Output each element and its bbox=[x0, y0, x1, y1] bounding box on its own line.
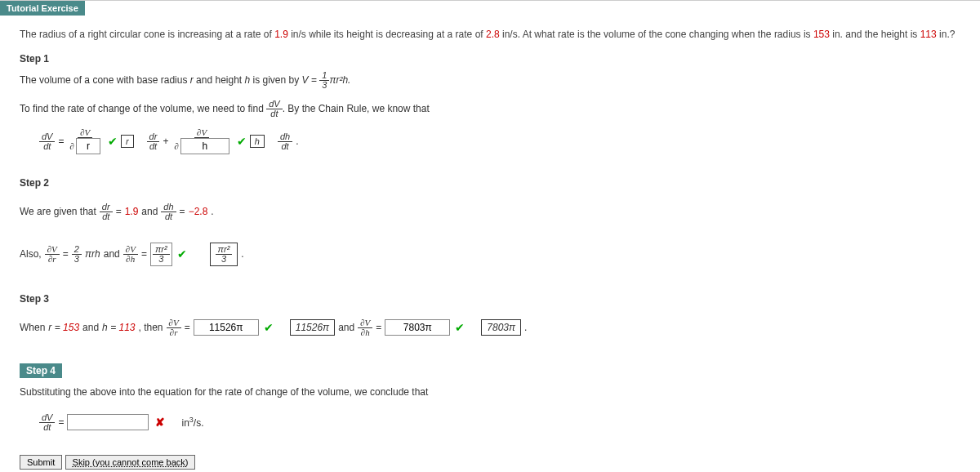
step2-given: We are given that drdt = 1.9 and dhdt = … bbox=[20, 195, 967, 228]
s1-ph-sym: ∂ bbox=[174, 142, 178, 151]
s1-box-h: h bbox=[250, 135, 265, 148]
s3-ans1: 11526π bbox=[290, 319, 335, 336]
content: The radius of a right circular cone is i… bbox=[0, 16, 980, 472]
submit-button[interactable]: Submit bbox=[20, 455, 62, 470]
s3-eq2: = bbox=[376, 322, 381, 333]
s1-plus: + bbox=[163, 136, 168, 147]
s1-rest: πr²h. bbox=[329, 74, 350, 86]
s1-box-r: r bbox=[121, 135, 134, 148]
q-mid1: in/s while its height is decreasing at a… bbox=[288, 29, 486, 40]
step4-row: dVdt = ✘ in3/s. bbox=[39, 406, 967, 439]
s2-and2: and bbox=[104, 248, 120, 260]
s2-and: and bbox=[141, 206, 158, 217]
s3-pvph: ∂V∂h bbox=[358, 318, 372, 337]
s2-v2: −2.8 bbox=[189, 206, 208, 217]
step3-input-pvph[interactable] bbox=[385, 319, 450, 336]
s1-pr-sym: ∂ bbox=[69, 142, 74, 151]
step1-input-partial-h[interactable] bbox=[180, 138, 229, 154]
button-row: Submit Skip (you cannot come back) bbox=[20, 455, 967, 470]
step2-input-frac: πr² 3 bbox=[150, 243, 172, 266]
step4-block: Step 4 bbox=[20, 363, 967, 378]
check-icon: ✔ bbox=[177, 247, 187, 260]
s2-pvph: ∂V∂h bbox=[123, 245, 138, 264]
check-icon: ✔ bbox=[237, 135, 247, 148]
q-radius: 153 bbox=[813, 29, 830, 40]
s3-when: When bbox=[20, 322, 45, 333]
step1-input-partial-r[interactable] bbox=[76, 138, 100, 154]
question-text: The radius of a right circular cone is i… bbox=[20, 29, 967, 40]
s1-dvdt2: dVdt bbox=[39, 132, 55, 151]
s2-also-txt: Also, bbox=[20, 248, 42, 260]
s2-23: 23 bbox=[72, 245, 82, 264]
s2-in-bot[interactable]: 3 bbox=[158, 254, 163, 264]
q-end: in.? bbox=[937, 29, 956, 40]
step3-title: Step 3 bbox=[20, 293, 967, 305]
s1-dvdt: dVdt bbox=[266, 100, 282, 118]
s2-pirh: πrh bbox=[85, 248, 100, 260]
s1-pvpr: ∂V ∂ bbox=[67, 128, 102, 154]
s1-l1a: The volume of a cone with base radius bbox=[20, 74, 190, 86]
step2-title: Step 2 bbox=[20, 177, 967, 189]
s3-eq1: = bbox=[185, 322, 190, 333]
s1-l2a: To find the rate of change of the volume… bbox=[20, 103, 266, 114]
s1-dhdt: dhdt bbox=[278, 132, 292, 151]
check-icon: ✔ bbox=[108, 135, 118, 148]
step2-also: Also, ∂V∂r = 23πrh and ∂V∂h = πr² 3 ✔ πr… bbox=[20, 238, 967, 270]
s2-v1: 1.9 bbox=[125, 206, 139, 217]
step1-line1: The volume of a cone with base radius r … bbox=[20, 71, 967, 90]
q-mid3: in. and the height is bbox=[830, 29, 920, 40]
s2-ga: We are given that bbox=[20, 206, 96, 217]
s2-pvpr: ∂V∂r bbox=[45, 245, 60, 264]
check-icon: ✔ bbox=[264, 321, 274, 334]
s2-drdt: drdt bbox=[100, 203, 113, 221]
s4-dvdt: dVdt bbox=[39, 413, 55, 432]
q-mid2: in/s. At what rate is the volume of the … bbox=[500, 29, 813, 40]
s3-and2: and bbox=[338, 322, 354, 333]
step3-row: When r = 153 and h = 113 , then ∂V∂r = ✔… bbox=[20, 311, 967, 344]
s1-l2b: . By the Chain Rule, we know that bbox=[283, 103, 430, 114]
check-icon: ✔ bbox=[455, 321, 465, 334]
step1-line2: To find the rate of change of the volume… bbox=[20, 100, 967, 118]
s2-dhdt: dhdt bbox=[161, 203, 176, 221]
cross-icon: ✘ bbox=[155, 416, 165, 429]
s3-pvpr: ∂V∂r bbox=[167, 318, 181, 337]
s3-ans2: 7803π bbox=[481, 319, 521, 336]
q-rate1: 1.9 bbox=[274, 29, 288, 40]
s2-boxed-ans: πr²3 bbox=[210, 243, 238, 266]
q-pre: The radius of a right circular cone is i… bbox=[20, 29, 274, 40]
step1-title: Step 1 bbox=[20, 53, 967, 65]
q-height: 113 bbox=[920, 29, 937, 40]
exercise-container: Tutorial Exercise The radius of a right … bbox=[0, 0, 980, 472]
skip-button[interactable]: Skip (you cannot come back) bbox=[65, 455, 196, 470]
s3-and1: and bbox=[82, 322, 99, 333]
s1-drdt: drdt bbox=[147, 132, 160, 151]
s1-l1c: is given by bbox=[250, 74, 301, 86]
step1-chain-rule: dVdt = ∂V ∂ ✔ r drdt + ∂V ∂ ✔ h dhdt . bbox=[39, 125, 967, 158]
step3-input-pvpr[interactable] bbox=[194, 319, 259, 336]
s2-in-top[interactable]: πr² bbox=[155, 244, 167, 254]
section-header: Tutorial Exercise bbox=[0, 1, 85, 16]
s1-pvph: ∂V ∂ bbox=[172, 128, 231, 154]
step4-line: Substituting the above into the equation… bbox=[20, 386, 967, 398]
s3-then: , then bbox=[139, 322, 163, 333]
q-rate2: 2.8 bbox=[486, 29, 500, 40]
s1-l1b: and height bbox=[194, 74, 245, 86]
s1-frac: 13 bbox=[319, 71, 329, 90]
s4-units: in3/s. bbox=[181, 416, 203, 429]
step4-title: Step 4 bbox=[20, 363, 62, 378]
step4-input-dvdt[interactable] bbox=[67, 414, 149, 430]
